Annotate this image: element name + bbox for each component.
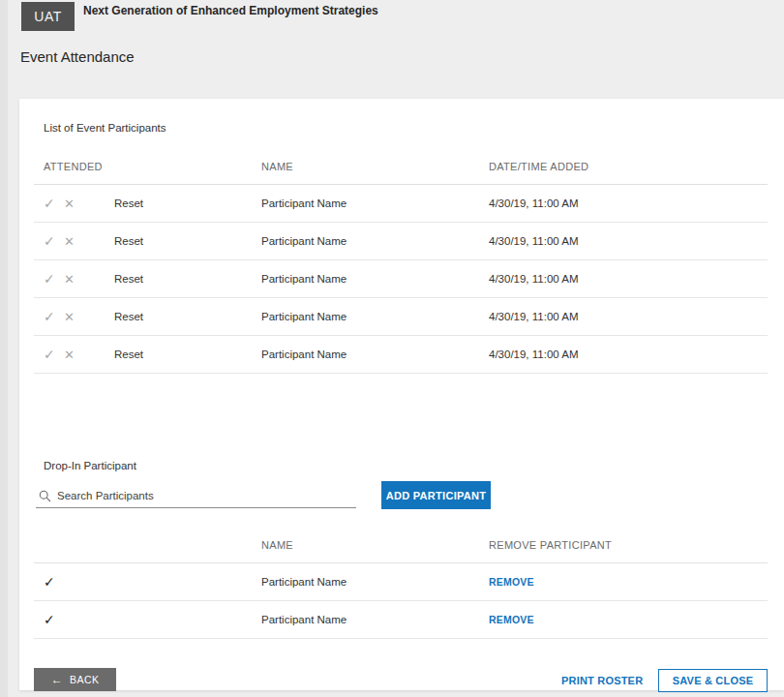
participants-table-body: ✓ ✕ Reset Participant Name 4/30/19, 11:0… bbox=[19, 185, 784, 374]
row-divider bbox=[34, 638, 768, 639]
drop-in-table-header: NAME REMOVE PARTICIPANT bbox=[19, 539, 784, 551]
mark-attended-icon[interactable]: ✓ bbox=[44, 336, 55, 374]
reset-link[interactable]: Reset bbox=[114, 185, 143, 223]
page-title: Event Attendance bbox=[20, 48, 135, 65]
table-row: ✓ ✕ Reset Participant Name 4/30/19, 11:0… bbox=[19, 260, 784, 298]
reset-link[interactable]: Reset bbox=[114, 260, 143, 298]
mark-absent-icon[interactable]: ✕ bbox=[64, 223, 75, 260]
search-icon bbox=[39, 489, 51, 501]
table-row: ✓ ✕ Reset Participant Name 4/30/19, 11:0… bbox=[19, 185, 784, 223]
table-row: ✓ Participant Name REMOVE bbox=[19, 563, 784, 601]
participant-name: Participant Name bbox=[261, 223, 347, 260]
participants-table-header: ATTENDED NAME DATE/TIME ADDED bbox=[19, 161, 784, 172]
back-arrow-icon: ← bbox=[51, 674, 63, 685]
reset-link[interactable]: Reset bbox=[114, 298, 143, 336]
mark-absent-icon[interactable]: ✕ bbox=[64, 298, 75, 336]
remove-participant-link[interactable]: REMOVE bbox=[489, 563, 534, 601]
participants-section-label: List of Event Participants bbox=[44, 122, 166, 134]
column-header-name: NAME bbox=[261, 539, 293, 551]
mark-absent-icon[interactable]: ✕ bbox=[64, 336, 75, 374]
print-roster-link[interactable]: PRINT ROSTER bbox=[561, 675, 643, 686]
mark-absent-icon[interactable]: ✕ bbox=[64, 185, 75, 223]
date-time-added: 4/30/19, 11:00 AM bbox=[489, 185, 579, 223]
back-button-label: BACK bbox=[70, 674, 99, 685]
column-header-name: NAME bbox=[261, 161, 293, 172]
column-header-remove-participant: REMOVE PARTICIPANT bbox=[489, 539, 612, 551]
mark-attended-icon[interactable]: ✓ bbox=[44, 185, 55, 223]
participant-name: Participant Name bbox=[261, 185, 347, 223]
search-participants-input[interactable] bbox=[57, 486, 347, 505]
remove-participant-link[interactable]: REMOVE bbox=[489, 601, 534, 639]
table-row: ✓ ✕ Reset Participant Name 4/30/19, 11:0… bbox=[19, 298, 784, 336]
table-row: ✓ ✕ Reset Participant Name 4/30/19, 11:0… bbox=[19, 223, 784, 260]
row-divider bbox=[34, 373, 768, 374]
column-header-date-added: DATE/TIME ADDED bbox=[489, 161, 588, 172]
save-and-close-button[interactable]: SAVE & CLOSE bbox=[658, 669, 768, 692]
page-left-edge-strip bbox=[0, 0, 8, 697]
reset-link[interactable]: Reset bbox=[114, 336, 143, 374]
mark-attended-icon[interactable]: ✓ bbox=[44, 298, 55, 336]
app-title: Next Generation of Enhanced Employment S… bbox=[83, 3, 378, 18]
attended-check-icon: ✓ bbox=[44, 563, 55, 601]
drop-in-section-label: Drop-In Participant bbox=[44, 460, 136, 471]
column-header-attended: ATTENDED bbox=[44, 161, 103, 172]
reset-link[interactable]: Reset bbox=[114, 223, 143, 260]
participant-name: Participant Name bbox=[261, 260, 347, 298]
table-row: ✓ Participant Name REMOVE bbox=[19, 601, 784, 639]
back-button[interactable]: ← BACK bbox=[34, 668, 116, 691]
mark-attended-icon[interactable]: ✓ bbox=[44, 223, 55, 260]
table-row: ✓ ✕ Reset Participant Name 4/30/19, 11:0… bbox=[19, 336, 784, 374]
date-time-added: 4/30/19, 11:00 AM bbox=[489, 260, 579, 298]
mark-attended-icon[interactable]: ✓ bbox=[44, 260, 55, 298]
mark-absent-icon[interactable]: ✕ bbox=[64, 260, 75, 298]
environment-badge: UAT bbox=[21, 2, 75, 31]
date-time-added: 4/30/19, 11:00 AM bbox=[489, 336, 579, 374]
participant-name: Participant Name bbox=[261, 563, 347, 601]
event-attendance-page: UAT Next Generation of Enhanced Employme… bbox=[0, 0, 784, 697]
date-time-added: 4/30/19, 11:00 AM bbox=[489, 223, 579, 260]
date-time-added: 4/30/19, 11:00 AM bbox=[489, 298, 579, 336]
attended-check-icon: ✓ bbox=[44, 601, 55, 639]
drop-in-table-body: ✓ Participant Name REMOVE ✓ Participant … bbox=[19, 563, 784, 639]
add-participant-button[interactable]: ADD PARTICIPANT bbox=[381, 481, 491, 509]
participant-name: Participant Name bbox=[261, 298, 347, 336]
event-attendance-card: List of Event Participants ATTENDED NAME… bbox=[19, 99, 784, 690]
participant-name: Participant Name bbox=[261, 601, 347, 639]
participant-name: Participant Name bbox=[261, 336, 347, 374]
participant-search-field bbox=[36, 484, 356, 508]
